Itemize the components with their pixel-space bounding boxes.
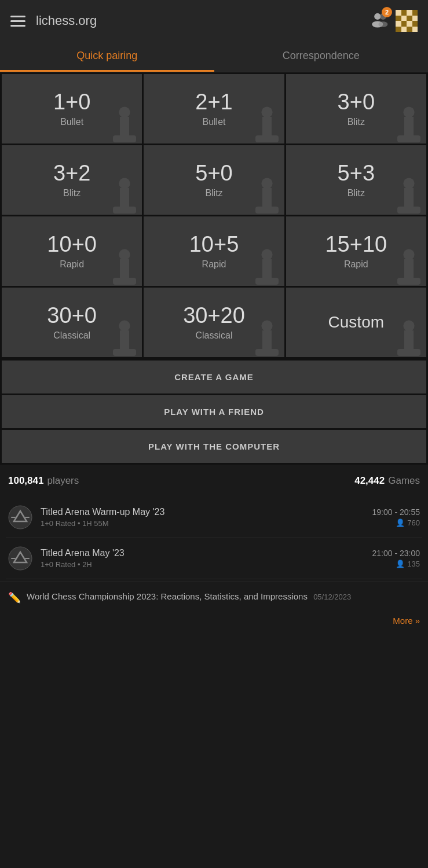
pairing-type: Rapid — [202, 259, 226, 270]
pairing-time: 15+10 — [325, 233, 387, 257]
news-title: World Chess Championship 2023: Reactions… — [27, 591, 308, 601]
pairing-time: 1+0 — [53, 90, 90, 115]
action-buttons: CREATE A GAME PLAY WITH A FRIEND PLAY WI… — [0, 359, 428, 465]
players-label: players — [47, 475, 79, 487]
pairing-cell-custom[interactable]: Custom — [286, 288, 426, 357]
pairing-cell-5+3[interactable]: 5+3 Blitz — [286, 145, 426, 215]
pairing-time: 2+1 — [195, 90, 232, 115]
pairing-cell-3+2[interactable]: 3+2 Blitz — [2, 145, 142, 215]
pairing-type: Bullet — [60, 117, 83, 127]
pairing-time: 5+0 — [195, 161, 232, 186]
board-icon[interactable] — [396, 10, 418, 32]
play-with-computer-button[interactable]: PLAY WITH THE COMPUTER — [2, 430, 426, 463]
arena-icon — [8, 505, 32, 529]
menu-button[interactable] — [10, 16, 25, 27]
news-item[interactable]: ✏️ World Chess Championship 2023: Reacti… — [8, 590, 420, 604]
event-item[interactable]: Titled Arena Warm-up May '23 1+0 Rated •… — [6, 497, 422, 538]
stats-bar: 100,841 players 42,442 Games — [0, 465, 428, 497]
more-link[interactable]: More » — [0, 610, 428, 635]
event-meta: 1+0 Rated • 1H 55M — [41, 519, 364, 528]
pairing-type: Rapid — [344, 259, 368, 270]
pairing-time: 30+0 — [47, 304, 97, 328]
pairing-cell-2+1[interactable]: 2+1 Bullet — [144, 74, 284, 144]
pairing-time: 5+3 — [338, 161, 375, 186]
pairing-cell-10+0[interactable]: 10+0 Rapid — [2, 216, 142, 286]
play-with-friend-button[interactable]: PLAY WITH A FRIEND — [2, 395, 426, 428]
pairing-cell-15+10[interactable]: 15+10 Rapid — [286, 216, 426, 286]
pairing-type: Bullet — [202, 117, 225, 127]
pairing-time: 3+2 — [53, 161, 90, 186]
event-time: 21:00 - 23:00 👤 135 — [372, 549, 420, 568]
participants-icon: 👤 — [396, 560, 405, 568]
tab-quick-pairing[interactable]: Quick pairing — [0, 42, 214, 72]
event-item[interactable]: Titled Arena May '23 1+0 Rated • 2H 21:0… — [6, 538, 422, 579]
participants-icon: 👤 — [396, 518, 405, 527]
svg-point-3 — [378, 21, 387, 27]
games-stat: 42,442 Games — [354, 475, 420, 487]
pairing-type: Classical — [195, 330, 232, 341]
pairing-time: 10+5 — [189, 233, 239, 257]
event-content: Titled Arena Warm-up May '23 1+0 Rated •… — [41, 507, 364, 528]
event-participants: 👤 135 — [372, 560, 420, 568]
pairing-cell-30+0[interactable]: 30+0 Classical — [2, 288, 142, 357]
event-time: 19:00 - 20:55 👤 760 — [372, 507, 420, 527]
news-date: 05/12/2023 — [313, 593, 351, 601]
games-count: 42,442 — [354, 475, 385, 487]
participants-count: 135 — [407, 560, 420, 568]
pairing-time-custom: Custom — [328, 314, 384, 332]
events-list: Titled Arena Warm-up May '23 1+0 Rated •… — [0, 497, 428, 579]
pairing-cell-5+0[interactable]: 5+0 Blitz — [144, 145, 284, 215]
header: lichess.org 2 — [0, 0, 428, 42]
header-left: lichess.org — [10, 13, 97, 28]
event-time-text: 21:00 - 23:00 — [372, 549, 420, 558]
news-text: World Chess Championship 2023: Reactions… — [27, 590, 351, 602]
notification-count: 2 — [382, 7, 392, 17]
pairing-type: Blitz — [347, 117, 365, 127]
svg-point-0 — [374, 13, 381, 20]
event-meta: 1+0 Rated • 2H — [41, 560, 364, 569]
pairing-type: Blitz — [347, 188, 365, 198]
pairing-time: 30+20 — [183, 304, 245, 328]
event-participants: 👤 760 — [372, 518, 420, 527]
pairing-type: Blitz — [205, 188, 222, 198]
create-game-button[interactable]: CREATE A GAME — [2, 361, 426, 393]
header-right: 2 — [370, 10, 418, 32]
games-label: Games — [388, 475, 420, 487]
participants-count: 760 — [407, 518, 420, 527]
pairing-time: 10+0 — [47, 233, 97, 257]
notification-button[interactable]: 2 — [370, 10, 389, 31]
site-title: lichess.org — [36, 13, 97, 28]
pairing-type: Rapid — [60, 259, 84, 270]
pairing-cell-3+0[interactable]: 3+0 Blitz — [286, 74, 426, 144]
pencil-icon: ✏️ — [8, 591, 21, 604]
pairing-grid: 1+0 Bullet 2+1 Bullet 3+0 Blitz 3+2 Blit… — [0, 72, 428, 359]
pairing-type: Blitz — [63, 188, 81, 198]
players-stat: 100,841 players — [8, 475, 79, 487]
event-title: Titled Arena May '23 — [41, 548, 364, 558]
event-title: Titled Arena Warm-up May '23 — [41, 507, 364, 517]
arena-icon-2 — [8, 546, 32, 571]
pairing-time: 3+0 — [338, 90, 375, 115]
event-content: Titled Arena May '23 1+0 Rated • 2H — [41, 548, 364, 569]
event-time-text: 19:00 - 20:55 — [372, 507, 420, 517]
pairing-cell-30+20[interactable]: 30+20 Classical — [144, 288, 284, 357]
pairing-cell-10+5[interactable]: 10+5 Rapid — [144, 216, 284, 286]
news-section: ✏️ World Chess Championship 2023: Reacti… — [0, 582, 428, 610]
pairing-cell-1+0[interactable]: 1+0 Bullet — [2, 74, 142, 144]
tab-correspondence[interactable]: Correspondence — [214, 42, 429, 72]
tabs: Quick pairing Correspondence — [0, 42, 428, 72]
pairing-type: Classical — [53, 330, 90, 341]
players-count: 100,841 — [8, 475, 43, 487]
